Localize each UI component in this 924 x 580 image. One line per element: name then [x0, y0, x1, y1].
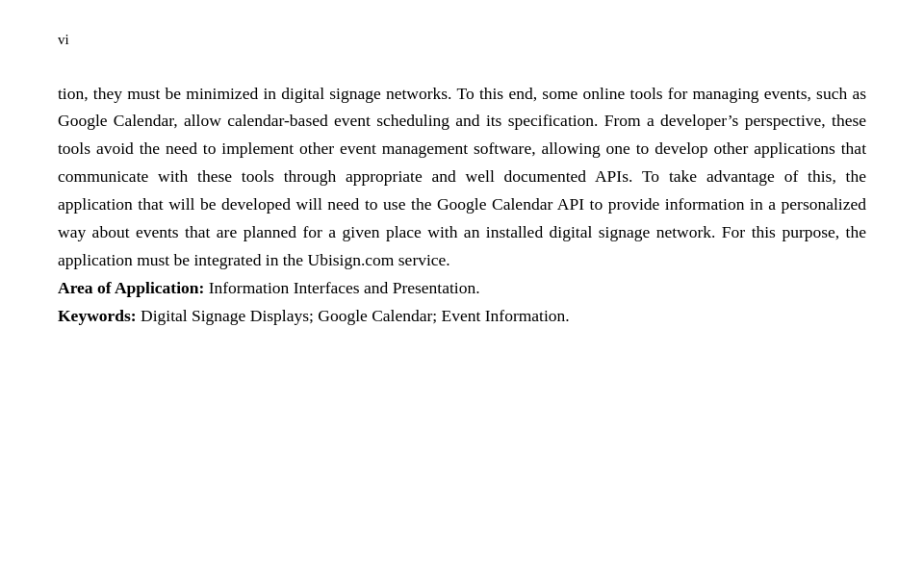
paragraph-body: tion, they must be minimized in digital … — [58, 80, 866, 274]
keywords: Keywords: Digital Signage Displays; Goog… — [58, 302, 866, 330]
area-label: Area of Application: — [58, 278, 204, 297]
keywords-text: Digital Signage Displays; Google Calenda… — [137, 306, 570, 325]
page-number: vi — [58, 29, 866, 51]
paragraph-text: tion, they must be minimized in digital … — [58, 84, 866, 269]
area-of-application: Area of Application: Information Interfa… — [58, 274, 866, 302]
keywords-label: Keywords: — [58, 306, 137, 325]
main-content: tion, they must be minimized in digital … — [58, 80, 866, 330]
area-text: Information Interfaces and Presentation. — [204, 278, 479, 297]
